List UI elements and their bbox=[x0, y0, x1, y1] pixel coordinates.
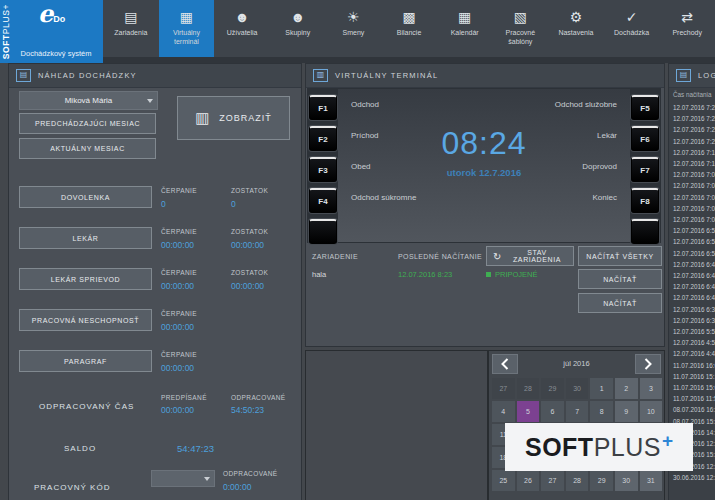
attendance-category-button[interactable]: DOVOLENKA bbox=[19, 186, 152, 208]
attendance-category-button[interactable]: PARAGRAF bbox=[19, 350, 152, 372]
tab-icon: ▦ bbox=[458, 6, 471, 27]
topbar-tab[interactable]: ⇄ Prechody bbox=[659, 0, 715, 57]
read-button[interactable]: NAČÍTAŤ bbox=[578, 293, 662, 313]
calendar-day[interactable]: 28 bbox=[517, 378, 540, 399]
calendar-day[interactable]: 7 bbox=[566, 401, 589, 422]
function-key[interactable]: F7 bbox=[631, 157, 659, 182]
chevron-right-icon bbox=[644, 358, 652, 370]
function-key[interactable]: F3 bbox=[309, 157, 337, 182]
calendar-day[interactable]: 29 bbox=[541, 378, 564, 399]
log-time-entry: 12.07.2016 7:10 bbox=[673, 147, 715, 158]
log-time-entry: 12.07.2016 6:44 bbox=[673, 270, 715, 281]
read-button[interactable]: NAČÍTAŤ bbox=[578, 269, 662, 289]
calendar-day[interactable]: 10 bbox=[640, 401, 663, 422]
attendance-row: DOVOLENKA ČERPANIE 0 ZOSTATOK 0 bbox=[9, 186, 301, 227]
prescribed-label: PREDPÍSANÉ bbox=[161, 394, 207, 401]
calendar-day[interactable]: 6 bbox=[541, 401, 564, 422]
log-time-entry: 12.07.2016 7:07 bbox=[673, 169, 715, 180]
topbar-tab[interactable]: ▦ Kalendár bbox=[437, 0, 493, 57]
log-time-entry: 12.07.2016 7:24 bbox=[673, 102, 715, 113]
topbar-tab[interactable]: ▧ Pracovné šablóny bbox=[492, 0, 548, 57]
topbar-tab[interactable]: ▩ Bilancie bbox=[381, 0, 437, 57]
function-key[interactable]: F8 bbox=[631, 188, 659, 213]
show-button[interactable]: ▥ ZOBRAZIŤ bbox=[177, 96, 290, 140]
function-key[interactable]: F6 bbox=[631, 126, 659, 151]
tab-icon: ▩ bbox=[402, 6, 415, 27]
log-time-entry: 08.07.2016 16:28 bbox=[673, 404, 715, 415]
devices-table: ZARIADENIE POSLEDNÉ NAČÍTANIE ↻ STAV ZAR… bbox=[306, 246, 664, 345]
worked-value: 54:50:23 bbox=[231, 405, 264, 415]
calendar-day[interactable]: 1 bbox=[590, 378, 613, 399]
log-time-column-header: Čas načítania bbox=[673, 91, 712, 98]
topbar-tabs: ▤ Zariadenia ▦ Virtuálny terminál ☻ Užív… bbox=[103, 0, 715, 57]
chevron-down-icon bbox=[204, 477, 210, 481]
virtual-terminal-panel: ▥ VIRTUÁLNY TERMINÁL OdchodPríchodObedOd… bbox=[305, 63, 665, 347]
topbar-tab[interactable]: ☀ Smeny bbox=[326, 0, 382, 57]
topbar-tab[interactable]: ☻ Skupiny bbox=[270, 0, 326, 57]
topbar-tab[interactable]: ⚙ Nastavenia bbox=[548, 0, 604, 57]
log-time-entry: 11.07.2016 15:18 bbox=[673, 371, 715, 382]
calendar-day[interactable]: 30 bbox=[566, 378, 589, 399]
attendance-card-icon: ▤ bbox=[16, 69, 31, 82]
tab-label: Užívatelia bbox=[225, 27, 260, 37]
usage-label: ČERPANIE bbox=[161, 310, 227, 317]
calendar-day[interactable]: 9 bbox=[615, 401, 638, 422]
function-key[interactable] bbox=[309, 219, 337, 244]
calendar-day[interactable]: 26 bbox=[517, 470, 540, 491]
key-function-label: Odchod súkromne bbox=[351, 192, 416, 223]
tab-icon: ⇄ bbox=[681, 6, 693, 27]
topbar-tab[interactable]: ☻ Užívatelia bbox=[214, 0, 270, 57]
attendance-category-button[interactable]: PRACOVNÁ NESCHOPNOSŤ bbox=[19, 309, 152, 331]
calendar-day[interactable]: 2 bbox=[615, 378, 638, 399]
calendar-day[interactable]: 28 bbox=[566, 470, 589, 491]
calendar-day[interactable]: 29 bbox=[590, 470, 613, 491]
calendar-next-button[interactable] bbox=[635, 354, 661, 374]
function-key[interactable]: F2 bbox=[309, 126, 337, 151]
calendar-navigation: júl 2016 bbox=[489, 351, 664, 377]
employee-select[interactable]: Miková Mária bbox=[19, 91, 158, 110]
usage-value: 0 bbox=[161, 199, 227, 209]
calendar-day[interactable]: 8 bbox=[590, 401, 613, 422]
calendar-day[interactable]: 31 bbox=[640, 470, 663, 491]
last-read-column-header: POSLEDNÉ NAČÍTANIE bbox=[398, 246, 482, 266]
calendar-day[interactable]: 27 bbox=[541, 470, 564, 491]
current-month-button[interactable]: AKTUÁLNY MESIAC bbox=[19, 138, 156, 159]
tab-icon: ▤ bbox=[124, 6, 137, 27]
topbar-tab[interactable]: ✓ Dochádzka bbox=[604, 0, 660, 57]
app-window: SOFTPLUS+ eDo Dochádzkový systém ▤ Zaria… bbox=[0, 0, 715, 500]
balance-label: ZOSTATOK bbox=[231, 228, 297, 235]
function-key[interactable] bbox=[631, 219, 659, 244]
log-time-entry: 12.07.2016 4:43 bbox=[673, 348, 715, 359]
work-code-select[interactable] bbox=[151, 470, 215, 487]
tab-label: Pracovné šablóny bbox=[492, 27, 548, 46]
key-function-label: Koniec bbox=[555, 192, 617, 223]
topbar-tab[interactable]: ▤ Zariadenia bbox=[103, 0, 159, 57]
terminal-display: OdchodPríchodObedOdchod súkromne Odchod … bbox=[338, 89, 630, 242]
function-key[interactable]: F1 bbox=[309, 95, 337, 120]
calendar-day[interactable]: 5 bbox=[517, 401, 540, 422]
chevron-down-icon bbox=[147, 99, 153, 103]
log-time-entry: 12.07.2016 7:05 bbox=[673, 192, 715, 203]
status-dot bbox=[486, 272, 491, 277]
balance-label: ZOSTATOK bbox=[231, 269, 297, 276]
previous-month-button[interactable]: PREDCHÁDZAJÚCI MESIAC bbox=[19, 113, 156, 134]
tab-icon: ☀ bbox=[347, 6, 360, 27]
device-status-button[interactable]: ↻ STAV ZARIADENIA bbox=[486, 246, 574, 266]
device-row: hala 12.07.2016 8:23 PRIPOJENÉ bbox=[306, 270, 572, 292]
calendar-day[interactable]: 4 bbox=[492, 401, 515, 422]
show-button-label: ZOBRAZIŤ bbox=[219, 113, 272, 123]
attendance-category-button[interactable]: LEKÁR bbox=[19, 227, 152, 249]
attendance-category-button[interactable]: LEKÁR SPRIEVOD bbox=[19, 268, 152, 290]
calendar-day[interactable]: 3 bbox=[640, 378, 663, 399]
worked-label: ODPRACOVANÉ bbox=[231, 394, 285, 401]
function-key[interactable]: F5 bbox=[631, 95, 659, 120]
topbar-tab[interactable]: ▦ Virtuálny terminál bbox=[159, 0, 215, 57]
calendar-day[interactable]: 27 bbox=[492, 378, 515, 399]
calendar-day[interactable]: 30 bbox=[615, 470, 638, 491]
calendar-day[interactable]: 25 bbox=[492, 470, 515, 491]
function-key[interactable]: F4 bbox=[309, 188, 337, 213]
log-time-entry: 12.07.2016 7:07 bbox=[673, 180, 715, 191]
usage-label: ČERPANIE bbox=[161, 187, 227, 194]
attendance-panel-header: ▤ NÁHĽAD DOCHÁDZKY bbox=[9, 64, 301, 88]
read-all-button[interactable]: NAČÍTAŤ VŠETKY bbox=[578, 246, 662, 266]
